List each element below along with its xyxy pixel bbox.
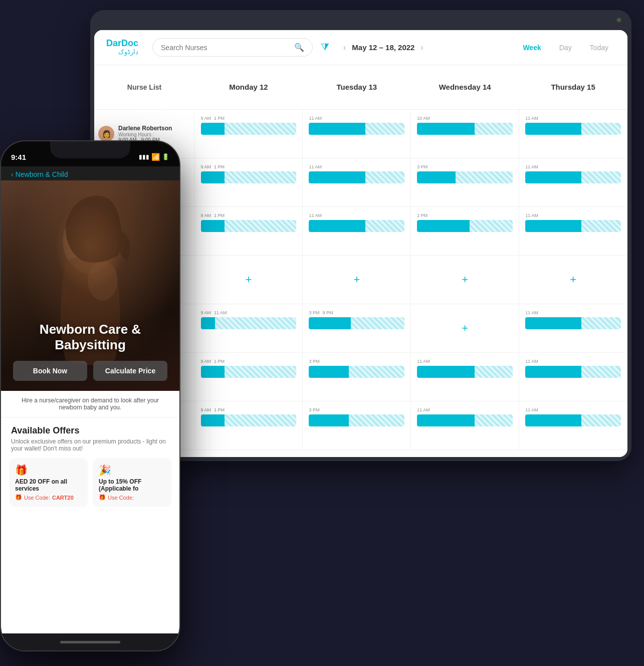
- schedule-cell-5-0: 9 AM1 PM: [194, 352, 303, 401]
- search-bar[interactable]: 🔍: [152, 38, 313, 57]
- add-slot-button[interactable]: +: [415, 308, 515, 348]
- col-thursday: Thursday 15: [519, 65, 627, 109]
- bar-hatched: [581, 414, 621, 426]
- offer-code-value-1: CART20: [52, 495, 74, 501]
- bar-hatched: [581, 366, 621, 378]
- schedule-cell-0-1: 11 AM: [303, 109, 411, 158]
- schedule-cell-1-2: 3 PM: [411, 158, 519, 206]
- battery-icon: 🔋: [162, 153, 169, 160]
- schedule-cell-6-0: 9 AM1 PM: [194, 401, 303, 450]
- bar-solid: [309, 317, 351, 329]
- bar-solid: [417, 123, 475, 135]
- schedule-block: 11 AM: [307, 211, 406, 251]
- schedule-cell-4-2: +: [411, 304, 519, 352]
- filter-icon[interactable]: ⧩: [321, 42, 329, 53]
- schedule-bar: [309, 123, 404, 135]
- col-monday: Monday 12: [194, 65, 303, 109]
- schedule-bar: [417, 123, 513, 135]
- schedule-bar: [525, 414, 621, 426]
- schedule-block: 3 PM9 PM: [307, 308, 406, 348]
- time-labels: 11 AM: [309, 164, 404, 169]
- bar-hatched: [225, 123, 296, 135]
- time-labels: 9 AM1 PM: [201, 359, 297, 364]
- prev-arrow[interactable]: ‹: [343, 43, 346, 52]
- search-input[interactable]: [161, 44, 290, 52]
- schedule-block: 3 PM: [307, 357, 406, 397]
- schedule-bar: [525, 317, 621, 329]
- status-time: 9:41: [11, 153, 26, 161]
- schedule-cell-5-2: 11 AM: [411, 352, 519, 401]
- bar-solid: [309, 171, 365, 183]
- add-slot-button[interactable]: +: [307, 260, 406, 300]
- schedule-block: 11 AM: [523, 308, 623, 348]
- bar-hatched: [365, 171, 405, 183]
- back-chevron-icon: ‹: [11, 170, 14, 178]
- offer-title-1: AED 20 OFF on all services: [15, 478, 82, 492]
- bar-hatched: [475, 414, 513, 426]
- bar-hatched: [365, 123, 405, 135]
- nurse-avatar: 👩: [98, 126, 114, 142]
- time-labels: 9 AM1 PM: [201, 116, 297, 121]
- bar-hatched: [475, 123, 513, 135]
- phone-nav-bar: ‹ Newborn & Child: [1, 166, 179, 180]
- hero-text-overlay: Newborn Care &Babysitting Book Now Calcu…: [1, 322, 179, 381]
- bar-solid: [525, 414, 581, 426]
- book-now-button[interactable]: Book Now: [13, 361, 87, 381]
- tablet-top-bar: [90, 10, 631, 30]
- schedule-cell-4-3: 11 AM: [519, 304, 627, 352]
- add-slot-button[interactable]: +: [523, 260, 623, 300]
- calculate-price-button[interactable]: Calculate Price: [93, 361, 167, 381]
- schedule-bar: [201, 123, 297, 135]
- time-labels: 3 PM: [309, 359, 404, 364]
- back-button[interactable]: ‹ Newborn & Child: [11, 170, 68, 178]
- schedule-bar: [309, 366, 404, 378]
- view-day-button[interactable]: Day: [552, 41, 579, 55]
- nurse-name: Darlene Robertson: [118, 125, 172, 132]
- bar-hatched: [225, 366, 296, 378]
- signal-icon: ▮▮▮: [139, 153, 149, 160]
- next-arrow[interactable]: ›: [420, 43, 423, 52]
- bar-hatched: [456, 171, 513, 183]
- nurse-hours-label: Working Hours :: [118, 132, 172, 137]
- add-slot-button[interactable]: +: [199, 260, 299, 300]
- bar-hatched: [581, 123, 621, 135]
- schedule-block: 9 AM11 AM: [199, 308, 299, 348]
- bar-solid: [417, 220, 470, 232]
- schedule-cell-5-3: 11 AM: [519, 352, 627, 401]
- view-today-button[interactable]: Today: [583, 41, 615, 55]
- bar-solid: [309, 414, 349, 426]
- schedule-cell-0-0: 9 AM1 PM: [194, 109, 303, 158]
- schedule-cell-4-1: 3 PM9 PM: [303, 304, 411, 352]
- bar-hatched: [225, 414, 296, 426]
- time-labels: 11 AM: [417, 359, 513, 364]
- time-labels: 11 AM: [525, 213, 621, 218]
- schedule-bar: [201, 366, 297, 378]
- schedule-cell-3-1: +: [303, 255, 411, 304]
- schedule-bar: [417, 171, 513, 183]
- offer-code-label-1: Use Code:: [24, 495, 50, 501]
- bar-solid: [525, 171, 581, 183]
- schedule-cell-1-1: 11 AM: [303, 158, 411, 206]
- bar-hatched: [225, 171, 296, 183]
- schedule-block: 11 AM: [523, 114, 623, 154]
- schedule-block: 3 PM: [307, 405, 406, 446]
- offer-card-1: 🎁 AED 20 OFF on all services 🎁 Use Code:…: [9, 458, 88, 507]
- schedule-bar: [417, 366, 513, 378]
- date-range: May 12 – 18, 2022: [352, 43, 414, 52]
- add-slot-button[interactable]: +: [415, 260, 515, 300]
- bar-hatched: [475, 366, 513, 378]
- schedule-cell-2-2: 2 PM: [411, 206, 519, 255]
- schedule-block: 11 AM: [523, 211, 623, 251]
- schedule-block: 11 AM: [523, 405, 623, 446]
- bar-hatched: [581, 220, 621, 232]
- schedule-block: 11 AM: [307, 114, 406, 154]
- bar-solid: [201, 366, 225, 378]
- bar-hatched: [365, 220, 405, 232]
- view-buttons: Week Day Today: [516, 41, 615, 55]
- schedule-block: 9 AM1 PM: [199, 357, 299, 397]
- time-labels: 11 AM: [525, 407, 621, 412]
- hero-title: Newborn Care &Babysitting: [1, 322, 179, 353]
- schedule-block: 11 AM: [415, 357, 515, 397]
- home-bar: [60, 641, 120, 643]
- view-week-button[interactable]: Week: [516, 41, 548, 55]
